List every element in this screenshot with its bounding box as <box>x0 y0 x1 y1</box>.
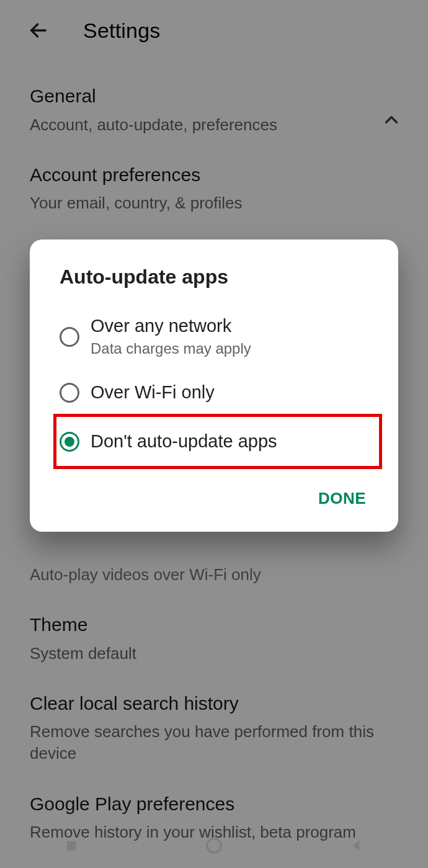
radio-checked-icon[interactable] <box>60 432 79 452</box>
option-wifi-only[interactable]: Over Wi-Fi only <box>32 367 396 418</box>
option-label: Over any network <box>91 316 251 336</box>
dialog-title: Auto-update apps <box>30 266 398 306</box>
option-any-network[interactable]: Over any network Data charges may apply <box>32 306 396 367</box>
auto-update-dialog: Auto-update apps Over any network Data c… <box>30 239 398 532</box>
radio-unchecked-icon[interactable] <box>60 327 79 347</box>
option-sublabel: Data charges may apply <box>91 340 251 357</box>
option-dont-update[interactable]: Don't auto-update apps <box>32 418 396 465</box>
done-button[interactable]: DONE <box>316 483 368 514</box>
radio-unchecked-icon[interactable] <box>60 383 79 403</box>
option-label: Don't auto-update apps <box>91 431 277 452</box>
option-label: Over Wi-Fi only <box>91 382 215 403</box>
